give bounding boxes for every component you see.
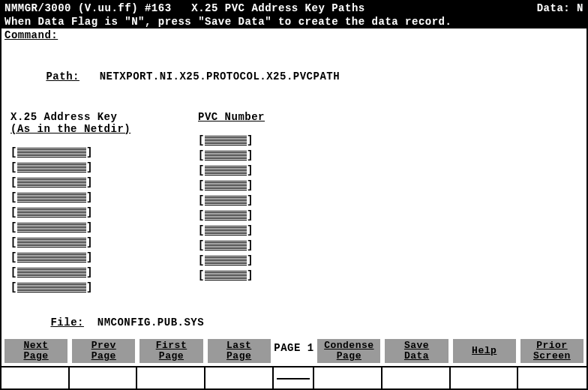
pvc-input[interactable] (205, 225, 247, 236)
left-bracket-icon: [ (10, 191, 17, 203)
right-bracket-icon: ] (86, 206, 93, 218)
left-bracket-icon: [ (10, 221, 17, 233)
fkey-next-page[interactable]: NextPage (4, 339, 68, 363)
addr-field[interactable]: [] (10, 160, 183, 174)
right-bracket-icon: ] (86, 221, 93, 233)
terminal-screen: NMMGR/3000 (V.uu.ff) #163 X.25 PVC Addre… (0, 0, 588, 390)
addr-header-2: (As in the Netdir) (10, 123, 183, 135)
status-cell (518, 368, 586, 388)
addr-field[interactable]: [] (10, 206, 183, 219)
addr-field[interactable]: [] (10, 176, 183, 189)
fkey-condense-page[interactable]: CondensePage (317, 339, 380, 363)
addr-input[interactable] (17, 252, 86, 262)
path-row: Path: NETXPORT.NI.X25.PROTOCOL.X25.PVCPA… (6, 58, 582, 94)
addr-input[interactable] (17, 282, 86, 292)
fkey-blank (275, 339, 314, 363)
addr-input[interactable] (17, 162, 86, 172)
right-bracket-icon: ] (86, 266, 93, 278)
pvc-input[interactable] (205, 210, 247, 220)
pvc-field[interactable]: [] (198, 238, 326, 252)
addr-field[interactable]: [] (10, 190, 183, 204)
pvc-field[interactable]: [] (198, 178, 326, 192)
fkey-prev-page[interactable]: PrevPage (72, 339, 135, 363)
right-bracket-icon: ] (86, 146, 93, 158)
right-bracket-icon: ] (86, 236, 93, 248)
status-cell (206, 368, 274, 388)
pvc-field[interactable]: [] (198, 224, 326, 237)
addr-input[interactable] (17, 192, 86, 202)
left-bracket-icon: [ (198, 149, 205, 161)
right-bracket-icon: ] (86, 191, 93, 203)
right-bracket-icon: ] (247, 269, 254, 281)
title-left: NMMGR/3000 (V.uu.ff) #163 X.25 PVC Addre… (4, 2, 537, 14)
left-bracket-icon: [ (198, 164, 205, 176)
pvc-input[interactable] (205, 150, 247, 160)
left-bracket-icon: [ (10, 266, 17, 278)
left-bracket-icon: [ (10, 236, 17, 248)
path-value: NETXPORT.NI.X25.PROTOCOL.X25.PVCPATH (100, 70, 340, 82)
right-bracket-icon: ] (247, 224, 254, 236)
pvc-field[interactable]: [] (198, 194, 326, 207)
right-bracket-icon: ] (86, 176, 93, 188)
pvc-field[interactable]: [] (198, 268, 326, 282)
pvc-field[interactable]: [] (198, 254, 326, 267)
fkey-save-data[interactable]: SaveData (385, 339, 448, 363)
status-cell (451, 368, 519, 388)
addr-input[interactable] (17, 267, 86, 278)
fkey-first-page[interactable]: FirstPage (140, 339, 202, 363)
right-bracket-icon: ] (247, 179, 254, 191)
app-name: NMMGR/3000 (V.uu.ff) #163 (4, 2, 172, 14)
addr-header-1: X.25 Address Key (10, 111, 183, 123)
left-bracket-icon: [ (198, 254, 205, 266)
pvc-field[interactable]: [] (198, 148, 326, 162)
hint-line: When Data Flag is "N", press "Save Data"… (2, 15, 586, 28)
addr-field[interactable]: [] (10, 146, 183, 159)
pvc-input[interactable] (205, 255, 247, 266)
right-bracket-icon: ] (247, 194, 254, 206)
left-bracket-icon: [ (198, 179, 205, 191)
pvc-field[interactable]: [] (198, 208, 326, 222)
status-cell (382, 368, 451, 388)
right-bracket-icon: ] (247, 239, 254, 251)
file-value: NMCONFIG.PUB.SYS (98, 316, 204, 328)
addr-input[interactable] (17, 237, 86, 248)
addr-field[interactable]: [] (10, 280, 183, 294)
addr-input[interactable] (17, 222, 86, 232)
left-bracket-icon: [ (10, 206, 17, 218)
status-cell (137, 368, 206, 388)
left-bracket-icon: [ (198, 224, 205, 236)
addr-field[interactable]: [] (10, 236, 183, 249)
fkey-prior-screen[interactable]: PriorScreen (520, 339, 584, 363)
pvc-input[interactable] (205, 165, 247, 176)
addr-input[interactable] (17, 177, 86, 188)
pvc-field[interactable]: [] (198, 134, 326, 147)
path-label: Path: (46, 70, 80, 82)
addr-input[interactable] (17, 147, 86, 158)
left-bracket-icon: [ (10, 146, 17, 158)
left-bracket-icon: [ (198, 134, 205, 146)
fkey-last-page[interactable]: LastPage (208, 339, 271, 363)
addr-input[interactable] (17, 207, 86, 218)
command-line[interactable]: Command: (2, 28, 586, 42)
left-bracket-icon: [ (10, 251, 17, 263)
column-headers: X.25 Address Key (As in the Netdir) [][]… (6, 111, 582, 294)
right-bracket-icon: ] (86, 251, 93, 263)
pvc-input[interactable] (205, 135, 247, 146)
file-label: File: (50, 316, 84, 328)
pvc-input[interactable] (205, 180, 247, 190)
fkey-help[interactable]: Help (453, 339, 516, 363)
pvc-input[interactable] (205, 195, 247, 206)
addr-field[interactable]: [] (10, 250, 183, 264)
right-bracket-icon: ] (247, 209, 254, 221)
right-bracket-icon: ] (247, 164, 254, 176)
content-area: Path: NETXPORT.NI.X25.PROTOCOL.X25.PVCPA… (2, 42, 586, 357)
addr-field[interactable]: [] (10, 266, 183, 279)
left-bracket-icon: [ (10, 161, 17, 173)
pvc-field[interactable]: [] (198, 164, 326, 177)
addr-fields: [][][][][][][][][][] (10, 146, 183, 294)
right-bracket-icon: ] (247, 149, 254, 161)
left-bracket-icon: [ (198, 194, 205, 206)
pvc-input[interactable] (205, 240, 247, 250)
addr-field[interactable]: [] (10, 220, 183, 234)
pvc-input[interactable] (205, 270, 247, 280)
